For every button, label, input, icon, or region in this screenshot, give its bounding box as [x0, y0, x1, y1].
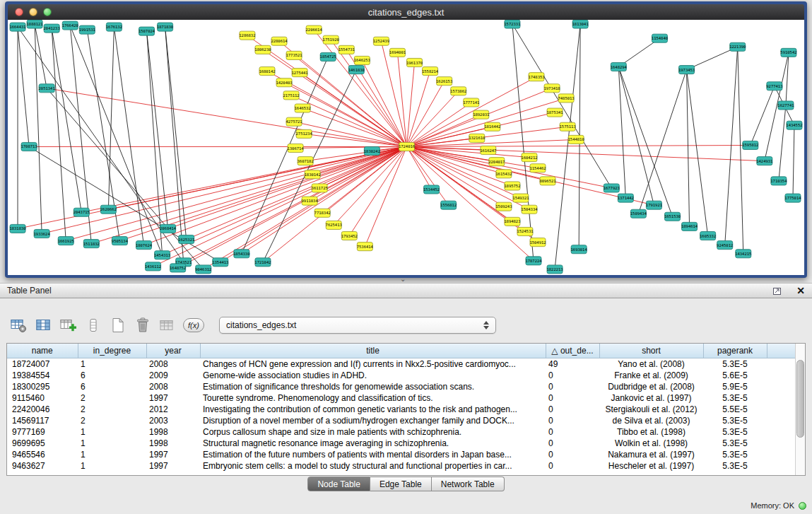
graph-node[interactable]: 1434552 — [786, 121, 802, 129]
graph-node[interactable]: 1708713 — [20, 142, 37, 151]
column-header-pagerank[interactable]: pagerank — [703, 344, 767, 358]
graph-node[interactable]: 1875341 — [546, 108, 563, 117]
create-column-icon[interactable] — [59, 317, 78, 333]
graph-node[interactable]: 1625321 — [178, 235, 194, 244]
table-row[interactable]: 2242004622012Investigating the contribut… — [7, 404, 795, 415]
graph-node[interactable]: 1773521 — [286, 51, 302, 59]
graph-node[interactable]: 1677923 — [604, 184, 620, 192]
new-table-icon[interactable] — [109, 317, 127, 333]
graph-node[interactable]: 1775014 — [784, 194, 801, 202]
graph-node[interactable]: 1504912 — [529, 238, 546, 247]
close-window-button[interactable] — [15, 8, 23, 16]
network-canvas[interactable]: 1724016128683218062302280614177352116801… — [8, 20, 804, 275]
window-titlebar[interactable]: citations_edges.txt — [8, 4, 804, 20]
graph-node[interactable]: 2041233 — [44, 24, 60, 33]
graph-node[interactable]: 1651530 — [664, 212, 681, 221]
graph-node[interactable]: 1973418 — [543, 84, 560, 93]
graph-node[interactable]: 1991531 — [79, 25, 95, 34]
table-mode-icon[interactable] — [10, 317, 28, 333]
graph-node[interactable]: 1306714 — [287, 144, 304, 152]
graph-node[interactable]: 1661925 — [58, 237, 74, 245]
graph-node[interactable]: 1573862 — [450, 87, 466, 95]
graph-node[interactable]: 1892031 — [473, 110, 489, 119]
close-panel-icon[interactable]: ✕ — [796, 286, 805, 296]
graph-node[interactable]: 1830142 — [305, 170, 321, 179]
graph-node[interactable]: 1321610 — [469, 134, 485, 142]
delete-table-icon[interactable] — [134, 317, 152, 333]
function-builder-icon[interactable]: f(x) — [183, 318, 204, 332]
tab-network-table[interactable]: Network Table — [432, 477, 505, 491]
table-row[interactable]: 946554611997Estimation of the future num… — [7, 449, 795, 460]
graph-node[interactable]: 1454313 — [154, 251, 170, 259]
table-row[interactable]: 977716911998Corpus callosum shape and si… — [7, 426, 795, 438]
graph-node[interactable]: 1646532 — [295, 104, 311, 112]
graph-node[interactable]: 1680142 — [259, 67, 275, 76]
table-row[interactable]: 911546021997Tourette syndrome. Phenomeno… — [7, 392, 795, 404]
show-columns-icon[interactable] — [35, 317, 53, 333]
graph-node[interactable]: 8096521 — [539, 177, 555, 185]
graph-node[interactable]: 1549321 — [512, 194, 529, 202]
graph-node[interactable]: 1822213 — [546, 265, 563, 274]
graph-node[interactable]: 1252439 — [373, 37, 389, 45]
graph-node[interactable]: 2751234 — [296, 129, 313, 138]
graph-node[interactable]: 1694001 — [389, 48, 406, 57]
graph-node[interactable]: 1793452 — [341, 231, 358, 240]
graph-node[interactable]: 2206614 — [306, 25, 323, 34]
graph-node[interactable]: 1461830 — [348, 66, 365, 74]
graph-node[interactable]: 1221390 — [729, 42, 746, 51]
graph-node[interactable]: 1724016 — [399, 142, 415, 151]
table-row[interactable]: 969969511998Structural magnetic resonanc… — [7, 438, 795, 449]
graph-node[interactable]: 2204017 — [488, 158, 505, 166]
graph-node[interactable]: 1777141 — [463, 98, 479, 107]
table-row[interactable]: 1938455462009Genome-wide association stu… — [7, 370, 795, 381]
graph-node[interactable]: 1575113 — [560, 122, 576, 131]
float-panel-icon[interactable] — [768, 283, 787, 298]
graph-node[interactable]: 1854330 — [233, 250, 249, 258]
table-row[interactable]: 946362711997Embryonic stem cells: a mode… — [7, 460, 795, 472]
graph-node[interactable]: 1544810 — [568, 135, 584, 144]
table-row[interactable]: 1456911722003Disruption of a novel membe… — [7, 415, 795, 426]
table-row[interactable]: 1872400712008Changes of HCN gene express… — [7, 358, 795, 370]
graph-node[interactable]: 1664431 — [9, 23, 25, 31]
column-header-short[interactable]: short — [599, 344, 703, 358]
graph-node[interactable]: 2051341 — [39, 84, 55, 93]
graph-node[interactable]: 1854725 — [320, 52, 336, 61]
graph-node[interactable]: 1595812 — [742, 141, 758, 149]
graph-node[interactable]: 1766420 — [62, 21, 78, 30]
graph-node[interactable]: 5910542 — [780, 48, 796, 57]
graph-node[interactable]: 1420403 — [276, 78, 292, 87]
graph-node[interactable]: 1787224 — [525, 257, 542, 265]
graph-node[interactable]: 3607182 — [298, 157, 314, 165]
column-header-year[interactable]: year — [146, 344, 200, 358]
graph-node[interactable]: 1615432 — [495, 170, 512, 178]
graph-node[interactable]: 1604212 — [521, 153, 537, 162]
graph-node[interactable]: 2175112 — [283, 91, 299, 100]
graph-node[interactable]: 1558214 — [422, 67, 439, 76]
graph-node[interactable]: 1807624 — [136, 241, 153, 250]
graph-node[interactable]: 1933624 — [34, 229, 51, 238]
graph-node[interactable]: 1627741 — [777, 101, 794, 110]
graph-node[interactable]: 1830242 — [364, 146, 380, 155]
graph-node[interactable]: 1751920 — [323, 35, 339, 44]
graph-node[interactable]: 1616247 — [480, 146, 496, 154]
graph-node[interactable]: 9245012 — [717, 241, 733, 250]
minimize-window-button[interactable] — [29, 8, 37, 16]
graph-node[interactable]: 7485013 — [558, 94, 575, 103]
graph-node[interactable]: 1434215 — [735, 250, 751, 258]
graph-node[interactable]: 1154462 — [529, 164, 546, 173]
table-scrollbar[interactable] — [795, 344, 805, 475]
graph-node[interactable]: 1710354 — [770, 177, 787, 185]
graph-node[interactable]: 9505134 — [112, 237, 129, 245]
graph-node[interactable]: 1371442 — [618, 194, 634, 202]
graph-node[interactable]: 1509434 — [630, 209, 647, 218]
graph-node[interactable]: 1511832 — [83, 240, 100, 248]
graph-node[interactable]: 1895752 — [504, 182, 520, 190]
graph-node[interactable]: 7625413 — [326, 221, 342, 229]
panel-resize-grip[interactable]: ⌄ — [400, 275, 406, 283]
graph-node[interactable]: 1894614 — [681, 222, 698, 230]
graph-node[interactable]: 1507024 — [139, 27, 155, 35]
graph-node[interactable]: 1721042 — [254, 258, 271, 267]
graph-node[interactable]: 1648294 — [611, 63, 628, 71]
import-table-icon[interactable] — [158, 317, 177, 333]
graph-node[interactable]: 1693014 — [571, 245, 588, 254]
